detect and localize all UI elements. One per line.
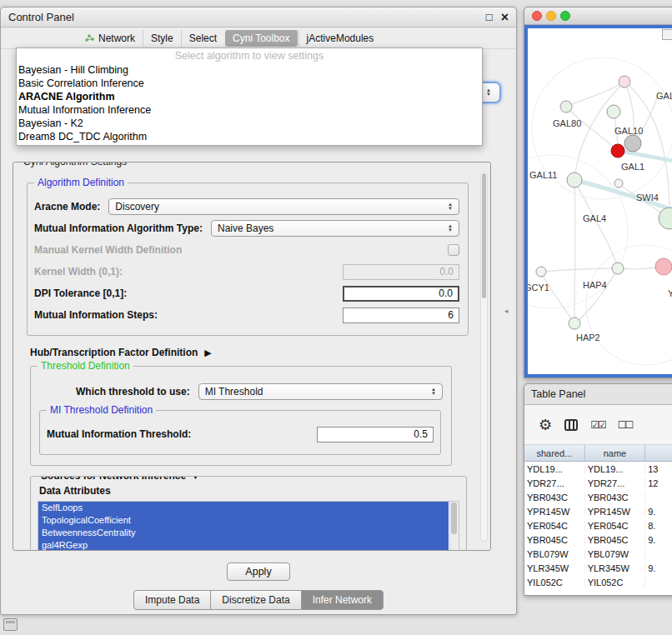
attributes-scrollbar[interactable] xyxy=(449,502,459,551)
tab-style[interactable]: Style xyxy=(143,30,181,47)
table-body: YDL19... YDL19... 13 YDR27... YDR27... 1… xyxy=(524,462,672,589)
attribute-item-selected[interactable]: TopologicalCoefficient xyxy=(38,514,449,527)
column-header-shared-name[interactable]: shared... xyxy=(524,445,585,461)
float-window-icon[interactable]: □ xyxy=(486,11,493,23)
algorithm-option-selected[interactable]: ARACNE Algorithm xyxy=(17,90,482,103)
table-row[interactable]: YDL19... YDL19... 13 xyxy=(524,462,672,476)
node-label: GAL4 xyxy=(583,213,606,223)
tab-discretize-data[interactable]: Discretize Data xyxy=(210,590,301,610)
algorithm-dropdown-placeholder: Select algorithm to view settings xyxy=(17,50,482,63)
bottom-tabs: Impute Data Discretize Data Infer Networ… xyxy=(1,590,516,610)
tab-select[interactable]: Select xyxy=(181,30,224,47)
column-header-extra[interactable] xyxy=(645,445,672,461)
table-row[interactable]: YBR045C YBR045C 9. xyxy=(524,532,672,547)
show-columns-icon[interactable] xyxy=(564,419,578,431)
network-thick-edges xyxy=(574,151,672,213)
tab-jactivemodules-label: jActiveModules xyxy=(307,32,374,44)
aracne-mode-select[interactable]: Discovery ▲▼ xyxy=(108,198,459,215)
table-row[interactable]: YBL079W YBL079W xyxy=(524,547,672,561)
dpi-tolerance-label: DPI Tolerance [0,1]: xyxy=(34,288,127,299)
table-header-row: shared... name xyxy=(524,445,672,462)
tab-infer-network[interactable]: Infer Network xyxy=(301,590,384,610)
attribute-item-selected[interactable]: BetweennessCentrality xyxy=(38,527,449,539)
mi-type-row: Mutual Information Algorithm Type: Naive… xyxy=(34,220,459,237)
algorithm-option[interactable]: Dream8 DC_TDC Algorithm xyxy=(17,130,482,143)
mi-threshold-field[interactable] xyxy=(317,427,434,442)
table-row[interactable]: YDR27... YDR27... 12 xyxy=(524,476,672,490)
table-row[interactable]: YLR345W YLR345W 9. xyxy=(524,561,672,575)
node-label: GAL xyxy=(656,91,672,101)
settings-scrollbar-thumb[interactable] xyxy=(482,173,486,298)
table-panel-titlebar[interactable]: Table Panel xyxy=(524,384,672,404)
table-panel-title: Table Panel xyxy=(531,388,585,400)
which-threshold-value: MI Threshold xyxy=(205,386,263,398)
kernel-width-field[interactable] xyxy=(343,264,459,280)
tab-jactivemodules[interactable]: jActiveModules xyxy=(298,30,382,47)
algorithm-option[interactable]: Basic Correlation Inference xyxy=(17,77,482,90)
network-node-labels: GAL80 GAL10 GAL1 GAL11 SWI4 GAL4 GCY1 HA… xyxy=(528,91,672,342)
tab-network[interactable]: Network xyxy=(78,30,143,47)
collapsed-triangle-icon[interactable]: ▶ xyxy=(204,348,211,358)
expanded-triangle-icon[interactable]: ▼ xyxy=(191,476,200,481)
column-header-name[interactable]: name xyxy=(585,445,646,461)
apply-row: Apply xyxy=(1,562,516,581)
settings-group-title: Cyni Algorithm Settings xyxy=(20,162,130,168)
sources-group-title[interactable]: Sources for Network Inference ▼ xyxy=(38,476,203,482)
tab-impute-data[interactable]: Impute Data xyxy=(133,590,211,610)
data-attributes-list[interactable]: SelfLoops TopologicalCoefficient Between… xyxy=(38,501,459,551)
table-panel-window: Table Panel ⚙ ☑☑ ☐☐ shared... name YDL19… xyxy=(524,383,672,596)
control-panel-titlebar: Control Panel □ × xyxy=(1,8,516,28)
table-settings-gear-icon[interactable]: ⚙ xyxy=(539,416,552,434)
control-panel-dock-icon[interactable] xyxy=(3,618,18,631)
mi-steps-row: Mutual Information Steps: xyxy=(34,307,459,323)
node-label: Y xyxy=(668,288,672,298)
network-window-titlebar[interactable] xyxy=(524,8,672,25)
network-node xyxy=(569,318,580,329)
mi-type-select[interactable]: Naive Bayes ▲▼ xyxy=(211,220,459,237)
table-row[interactable]: YBR043C YBR043C xyxy=(524,490,672,504)
node-label: GAL11 xyxy=(529,170,557,180)
dpi-tolerance-field[interactable] xyxy=(343,286,459,302)
network-node xyxy=(659,208,672,229)
table-row[interactable]: YER054C YER054C 8. xyxy=(524,518,672,532)
which-threshold-select[interactable]: MI Threshold ▲▼ xyxy=(198,383,443,400)
aracne-mode-label: Aracne Mode: xyxy=(34,201,100,212)
network-node xyxy=(619,76,630,88)
table-row[interactable]: YPR145W YPR145W 9. xyxy=(524,504,672,518)
network-canvas[interactable]: GAL80 GAL10 GAL1 GAL11 SWI4 GAL4 GCY1 HA… xyxy=(528,28,672,376)
mi-threshold-definition-group: MI Threshold Definition Mutual Informati… xyxy=(39,410,441,455)
mi-steps-field[interactable] xyxy=(343,308,459,323)
close-traffic-light[interactable] xyxy=(532,11,542,21)
manual-kernel-checkbox[interactable] xyxy=(448,244,459,256)
attribute-item-selected[interactable]: gal4RGexp xyxy=(38,539,449,551)
node-label: GAL10 xyxy=(614,126,643,136)
threshold-definition-title: Threshold Definition xyxy=(38,360,133,372)
node-label: GAL80 xyxy=(553,118,581,128)
attribute-item-selected[interactable]: SelfLoops xyxy=(38,502,449,514)
algorithm-option[interactable]: Mutual Information Inference xyxy=(17,103,482,117)
node-label: HAP2 xyxy=(576,332,600,342)
splitter-collapse-icon[interactable]: ◂ xyxy=(504,307,509,315)
table-toolbar: ⚙ ☑☑ ☐☐ xyxy=(524,405,672,445)
algorithm-option[interactable]: Bayesian - K2 xyxy=(17,117,482,130)
tab-cyni-toolbox[interactable]: Cyni Toolbox xyxy=(225,30,297,47)
tab-cyni-toolbox-label: Cyni Toolbox xyxy=(233,32,289,44)
attributes-scrollbar-thumb[interactable] xyxy=(451,502,457,534)
node-label: GAL1 xyxy=(621,162,644,172)
select-all-icon[interactable]: ☑☑ xyxy=(590,419,605,431)
canvas-scroll-button[interactable] xyxy=(662,29,672,40)
hub-definition-section[interactable]: Hub/Transcription Factor Definition ▶ xyxy=(30,347,469,358)
apply-button[interactable]: Apply xyxy=(227,562,289,581)
algorithm-option[interactable]: Bayesian - Hill Climbing xyxy=(17,63,482,77)
close-window-icon[interactable]: × xyxy=(501,10,509,25)
data-attributes-label: Data Attributes xyxy=(39,485,459,497)
deselect-all-icon[interactable]: ☐☐ xyxy=(618,419,633,431)
minimize-traffic-light[interactable] xyxy=(546,11,556,21)
settings-scrollbar[interactable] xyxy=(480,171,488,542)
mi-threshold-row: Mutual Information Threshold: xyxy=(47,426,434,442)
zoom-traffic-light[interactable] xyxy=(560,11,570,21)
combo-arrows-icon: ▲▼ xyxy=(486,88,491,97)
network-node xyxy=(614,179,623,188)
table-row[interactable]: YIL052C YIL052C xyxy=(524,575,672,589)
control-panel-window: Control Panel □ × Network Style Select C… xyxy=(0,7,517,615)
